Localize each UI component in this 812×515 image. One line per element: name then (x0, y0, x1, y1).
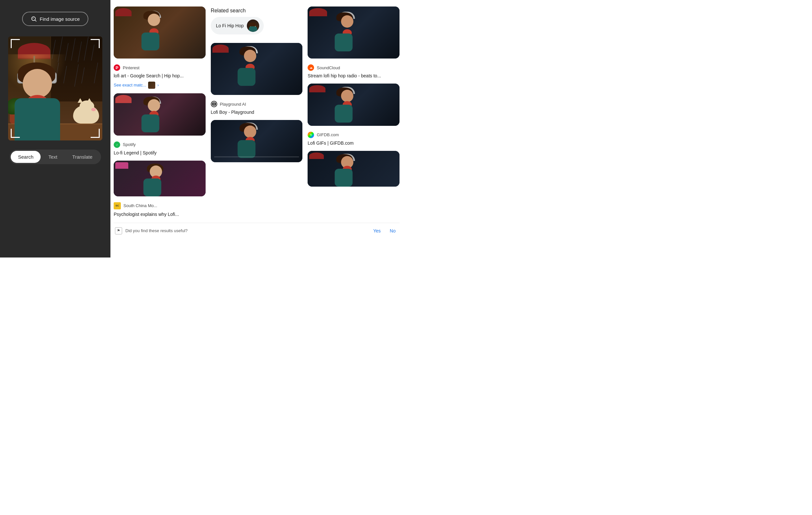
feedback-icon: ⚑ (115, 227, 122, 235)
pinterest-source-name: Pinterest (123, 65, 139, 70)
feedback-question: Did you find these results useful? (125, 228, 188, 233)
scmp-source-name: South China Mo... (123, 203, 157, 208)
left-panel: Find image source (0, 0, 110, 258)
related-chip-thumb (247, 20, 259, 32)
source-row-spotify: ♪ Spotify (114, 141, 206, 148)
corner-bracket-tr (91, 39, 100, 48)
source-row-pinterest: P Pinterest (114, 64, 206, 71)
svg-line-1 (35, 20, 36, 22)
result-image-soundcloud[interactable] (308, 6, 400, 58)
chevron-right-icon: › (157, 83, 158, 87)
playground-icon (211, 101, 217, 107)
char-arm (18, 121, 57, 134)
thumb-body-4 (142, 114, 160, 132)
thumb-body-6 (335, 105, 352, 123)
find-image-source-label: Find image source (40, 16, 80, 22)
pinterest-title[interactable]: lofi art - Google Search | Hip hop... (114, 73, 206, 79)
thumb-head-4 (148, 99, 160, 111)
thumb-lamp-gif (309, 85, 325, 92)
thumb-body-2 (237, 68, 255, 86)
tab-bar: Search Text Translate (9, 150, 101, 164)
gifdb-icon: G (308, 132, 314, 138)
col3: ☁ SoundCloud Stream lofi hip hop radio -… (308, 6, 400, 218)
thumb-scene-6 (308, 84, 400, 126)
see-exact-thumb (148, 82, 155, 89)
tab-search[interactable]: Search (11, 151, 40, 163)
result-image-spotify[interactable] (114, 93, 206, 136)
lens-icon (31, 16, 37, 22)
feedback-bar: ⚑ Did you find these results useful? Yes… (114, 223, 400, 236)
thumb-body-5 (335, 33, 352, 51)
see-exact-match-link[interactable]: See exact matc... › (114, 82, 206, 89)
result-gifdb: G GIFDB.com Lofi GIFs | GIFDB.com (308, 130, 400, 146)
thumb-desk-line (214, 156, 299, 157)
thumb-body-extra (335, 169, 352, 187)
soundcloud-source-name: SoundCloud (317, 65, 340, 70)
result-playground: Playground AI Lofi Boy - Playground (211, 100, 303, 115)
col2: Related search Lo Fi Hip Hop (211, 6, 303, 218)
thumb-head-3 (244, 126, 256, 138)
soundcloud-title[interactable]: Stream lofi hip hop radio - beats to... (308, 73, 400, 79)
spotify-icon: ♪ (114, 141, 120, 148)
playground-source-name: Playground AI (220, 102, 246, 107)
soundcloud-icon: ☁ (308, 64, 314, 71)
thumb-scene-extra (308, 151, 400, 187)
feedback-yes-button[interactable]: Yes (371, 227, 383, 235)
pinterest-icon: P (114, 64, 120, 71)
thumb-scene-1 (114, 6, 206, 58)
result-image-extra[interactable] (308, 151, 400, 187)
result-image-main[interactable] (114, 6, 206, 58)
thumb-head-5 (341, 15, 353, 28)
lofi-illustration (8, 36, 102, 140)
spotify-title[interactable]: Lo-fi Legend | Spotify (114, 150, 206, 156)
tab-translate[interactable]: Translate (65, 151, 100, 163)
thumb-lamp-scmp (115, 162, 128, 169)
scmp-icon: SC (114, 202, 121, 209)
thumb-lamp-1 (115, 8, 132, 16)
source-row-scmp: SC South China Mo... (114, 202, 206, 209)
result-image-gifdb[interactable] (308, 84, 400, 126)
feedback-no-button[interactable]: No (387, 227, 398, 235)
related-chip-text: Lo Fi Hip Hop (216, 23, 244, 29)
cat-cheek (91, 108, 96, 111)
spotify-source-name: Spotify (123, 142, 136, 147)
thumb-lamp-2 (212, 45, 229, 53)
results-grid: P Pinterest lofi art - Google Search | H… (114, 6, 400, 236)
playground-title[interactable]: Lofi Boy - Playground (211, 109, 303, 115)
thumb-scene-scmp (114, 161, 206, 196)
feedback-right: Yes No (371, 227, 398, 235)
scmp-title[interactable]: Psychologist explains why Lofi... (114, 211, 206, 218)
char-head (23, 69, 52, 98)
thumb-head-6 (341, 90, 353, 102)
thumb-scene-2 (211, 43, 303, 95)
result-soundcloud: ☁ SoundCloud Stream lofi hip hop radio -… (308, 63, 400, 79)
thumb-body-1 (142, 32, 160, 50)
related-search-title: Related search (211, 8, 303, 13)
uploaded-image (8, 36, 102, 140)
thumb-scene-4 (114, 93, 206, 136)
right-panel: P Pinterest lofi art - Google Search | H… (110, 0, 406, 258)
thumb-body-scmp (143, 179, 161, 196)
source-row-gifdb: G GIFDB.com (308, 132, 400, 138)
thumb-scene-3 (211, 120, 303, 162)
thumb-scene-5 (308, 6, 400, 58)
thumb-lamp-extra (309, 153, 324, 159)
source-row-playground: Playground AI (211, 101, 303, 107)
tab-text[interactable]: Text (41, 151, 65, 163)
corner-bracket-br (91, 129, 100, 138)
result-image-scmp[interactable] (114, 161, 206, 196)
result-scmp: SC South China Mo... Psychologist explai… (114, 201, 206, 218)
related-search-chip[interactable]: Lo Fi Hip Hop (211, 17, 264, 34)
result-image-playground[interactable] (211, 43, 303, 95)
thumb-lamp-sc (309, 8, 327, 16)
find-image-source-button[interactable]: Find image source (22, 12, 88, 26)
char-body (14, 98, 60, 140)
source-row-soundcloud: ☁ SoundCloud (308, 64, 400, 71)
gifdb-title[interactable]: Lofi GIFs | GIFDB.com (308, 140, 400, 146)
result-image-2[interactable] (211, 120, 303, 162)
col1: P Pinterest lofi art - Google Search | H… (114, 6, 206, 218)
thumb-lamp-4 (115, 95, 132, 103)
thumb-head-1 (148, 13, 160, 26)
result-spotify: ♪ Spotify Lo-fi Legend | Spotify (114, 140, 206, 156)
related-search-section: Related search Lo Fi Hip Hop (211, 6, 303, 38)
